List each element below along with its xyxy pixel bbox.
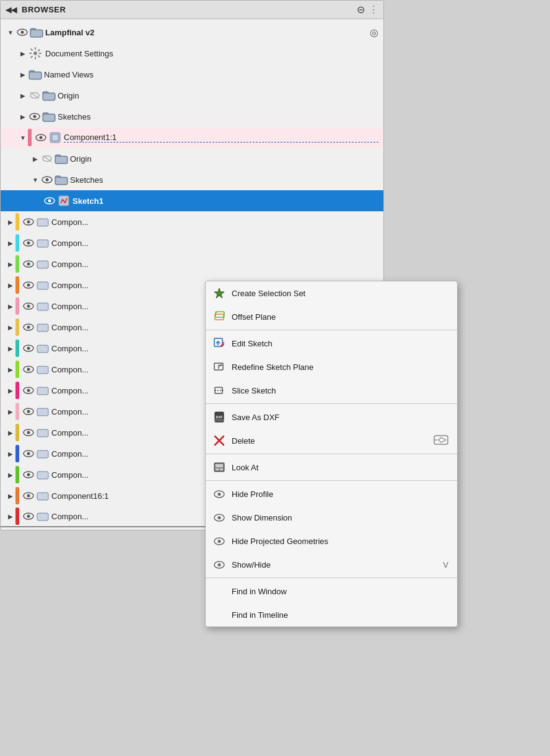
- expand-comp3[interactable]: ▶: [6, 238, 15, 248]
- minimize-icon[interactable]: ⊝: [357, 4, 365, 15]
- expand-comp7[interactable]: ▶: [6, 322, 15, 332]
- expand-comp12[interactable]: ▶: [6, 428, 15, 437]
- eye-hidden-icon[interactable]: [28, 89, 41, 102]
- expand-comp13[interactable]: ▶: [6, 449, 15, 459]
- eye-comp6[interactable]: [22, 299, 35, 313]
- svg-point-5: [33, 51, 37, 55]
- folder-comp14: [35, 467, 50, 482]
- ctx-sep-2: [206, 403, 457, 404]
- folder-comp17: [35, 509, 50, 524]
- expand-comp8[interactable]: ▶: [6, 343, 15, 353]
- eye-icon-comp1[interactable]: [34, 131, 48, 144]
- svg-rect-59: [38, 325, 48, 331]
- eye-comp7[interactable]: [22, 320, 35, 334]
- eye-icon[interactable]: [15, 25, 29, 39]
- expand-arrow-doc[interactable]: ▶: [18, 48, 28, 58]
- expand-comp9[interactable]: ▶: [6, 364, 15, 374]
- folder-comp10: [35, 383, 50, 398]
- eye-comp5[interactable]: [22, 278, 35, 292]
- browser-header: ◀◀ BROWSER ⊝ ⋮: [1, 1, 383, 19]
- expand-arrow-origin2[interactable]: ▶: [30, 154, 40, 164]
- ctx-create-selection-set[interactable]: Create Selection Set: [206, 281, 457, 305]
- eye-comp2[interactable]: [22, 215, 35, 229]
- eye-comp14[interactable]: [22, 468, 35, 481]
- expand-arrow-comp1[interactable]: ▼: [18, 133, 28, 143]
- tree-row-doc-settings[interactable]: ▶ Document Settings: [1, 43, 383, 64]
- eye-comp17[interactable]: [22, 509, 35, 523]
- ctx-find-in-timeline[interactable]: Find in Timeline: [206, 603, 457, 626]
- ctx-show-dimension[interactable]: Show Dimension: [206, 506, 457, 529]
- svg-rect-123: [220, 468, 223, 470]
- eye-icon-sketch1[interactable]: [43, 194, 56, 208]
- expand-comp4[interactable]: ▶: [6, 259, 15, 269]
- svg-point-131: [218, 563, 221, 566]
- expand-comp5[interactable]: ▶: [6, 280, 15, 290]
- expand-arrow[interactable]: ▼: [6, 27, 15, 37]
- ctx-dxf-icon: DXF: [212, 410, 227, 424]
- eye-icon-sketches2[interactable]: [40, 173, 54, 187]
- tree-row-origin-2[interactable]: ▶ Origin: [1, 148, 383, 169]
- ctx-redefine-sketch-plane[interactable]: + Redefine Sketch Plane: [206, 355, 457, 379]
- pin-icon[interactable]: ◎: [370, 27, 378, 38]
- tree-row-sketch1[interactable]: Sketch1: [1, 190, 383, 211]
- expand-arrow-named[interactable]: ▶: [18, 69, 28, 79]
- ctx-show-hide[interactable]: Show/Hide V: [206, 553, 457, 576]
- expand-comp2[interactable]: ▶: [6, 217, 15, 227]
- tree-row-sketches-1[interactable]: ▶ Sketches: [1, 106, 383, 127]
- eye-comp12[interactable]: [22, 426, 35, 439]
- eye-comp13[interactable]: [22, 447, 35, 460]
- ctx-show-dimension-label: Show Dimension: [232, 513, 448, 522]
- tree-row-named-views[interactable]: ▶ Named Views: [1, 64, 383, 85]
- ctx-edit-sketch[interactable]: Edit Sketch: [206, 332, 457, 355]
- eye-comp10[interactable]: [22, 384, 35, 397]
- expand-comp10[interactable]: ▶: [6, 385, 15, 395]
- expand-arrow-sketches1[interactable]: ▶: [18, 112, 28, 121]
- sketch1-icon: [56, 193, 71, 208]
- expand-comp17[interactable]: ▶: [6, 511, 15, 521]
- ctx-hide-projected-geometries[interactable]: Hide Projected Geometries: [206, 529, 457, 553]
- eye-comp4[interactable]: [22, 257, 35, 271]
- eye-hidden-origin2[interactable]: [40, 152, 54, 165]
- expand-comp16[interactable]: ▶: [6, 491, 15, 501]
- tree-row-sketches-2[interactable]: ▼ Sketches: [1, 169, 383, 190]
- tree-row-origin-1[interactable]: ▶ Origin: [1, 85, 383, 106]
- folder-comp3: [35, 235, 50, 250]
- tree-row-comp2[interactable]: ▶ Compon...: [1, 211, 383, 232]
- tree-row-comp3[interactable]: ▶ Compon...: [1, 232, 383, 253]
- eye-comp8[interactable]: [22, 341, 35, 355]
- svg-rect-39: [38, 219, 48, 226]
- ctx-look-at[interactable]: Look At: [206, 455, 457, 479]
- tree-row-comp4[interactable]: ▶ Compon...: [1, 253, 383, 275]
- ctx-show-hide-shortcut: V: [443, 560, 448, 569]
- eye-icon-sketches1[interactable]: [28, 110, 41, 123]
- ctx-find-timeline-icon: [212, 607, 227, 622]
- expand-comp6[interactable]: ▶: [6, 301, 15, 311]
- svg-point-49: [27, 284, 30, 287]
- ctx-find-in-window[interactable]: Find in Window: [206, 579, 457, 603]
- svg-rect-22: [52, 134, 58, 141]
- back-icon[interactable]: ◀◀: [6, 6, 17, 14]
- svg-rect-43: [38, 240, 48, 247]
- eye-comp9[interactable]: [22, 363, 35, 376]
- ctx-offset-plane[interactable]: Offset Plane: [206, 305, 457, 328]
- ctx-delete[interactable]: Delete: [206, 429, 457, 452]
- tree-row-lampfinal[interactable]: ▼ Lampfinal v2 ◎: [1, 22, 383, 43]
- ctx-slice-label: Slice Sketch: [232, 386, 448, 395]
- svg-point-1: [21, 31, 24, 34]
- eye-comp3[interactable]: [22, 236, 35, 250]
- eye-comp16[interactable]: [22, 489, 35, 503]
- ctx-save-as-dxf[interactable]: DXF Save As DXF: [206, 405, 457, 429]
- expand-comp11[interactable]: ▶: [6, 407, 15, 416]
- ctx-hide-profile[interactable]: Hide Profile: [206, 482, 457, 506]
- expand-arrow-origin1[interactable]: ▶: [18, 90, 28, 100]
- color-bar-comp6: [15, 297, 19, 315]
- tree-row-component1[interactable]: ▼ Component1:1: [1, 127, 383, 148]
- eye-comp11[interactable]: [22, 405, 35, 418]
- ctx-create-selection-icon: [212, 286, 227, 301]
- color-bar-comp3: [15, 234, 19, 252]
- ctx-slice-sketch[interactable]: Slice Sketch: [206, 379, 457, 402]
- ctx-delete-label: Delete: [232, 436, 429, 446]
- expand-arrow-sketches2[interactable]: ▼: [30, 175, 40, 185]
- expand-comp14[interactable]: ▶: [6, 470, 15, 480]
- svg-rect-63: [38, 346, 48, 352]
